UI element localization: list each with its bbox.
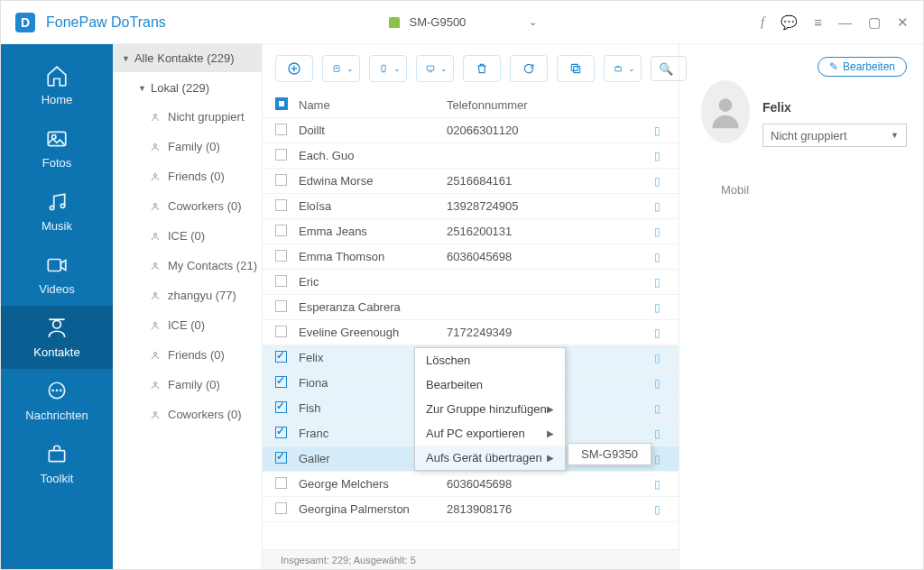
close-icon[interactable]: ✕ (897, 14, 909, 31)
group-select[interactable]: Nicht gruppiert ▼ (762, 124, 907, 147)
feedback-icon[interactable]: 💬 (781, 14, 798, 31)
row-name: Emma Jeans (299, 225, 447, 238)
table-row[interactable]: Eveline Greenough7172249349▯ (263, 320, 679, 345)
table-row[interactable]: Eloísa13928724905▯ (263, 194, 679, 219)
sidebar-item-kontakte[interactable]: Kontakte (1, 306, 113, 369)
caret-down-icon: ▼ (891, 131, 899, 140)
row-checkbox[interactable] (275, 300, 287, 312)
tree-group[interactable]: Friends (0) (113, 161, 262, 191)
svg-point-16 (154, 233, 157, 235)
row-checkbox[interactable] (275, 376, 287, 388)
table-row[interactable]: Eric▯ (263, 270, 679, 295)
row-checkbox[interactable] (275, 275, 287, 287)
refresh-button[interactable] (510, 55, 548, 82)
table-row[interactable]: Emma Thomson6036045698▯ (263, 244, 679, 270)
tree-group[interactable]: Family (0) (113, 370, 262, 400)
tree-root[interactable]: ▼Alle Kontakte (229) (113, 44, 262, 72)
more-button[interactable]: ⌄ (604, 55, 642, 82)
tree-group[interactable]: ICE (0) (113, 310, 262, 340)
export-button[interactable]: ⌄ (322, 55, 360, 82)
row-name: Eveline Greenough (299, 326, 447, 339)
svg-point-20 (154, 352, 157, 354)
row-name: Eric (299, 275, 447, 289)
add-button[interactable] (275, 55, 313, 82)
context-menu-item[interactable]: Auf PC exportieren▶ (415, 421, 565, 446)
menu-icon[interactable]: ≡ (814, 14, 822, 30)
mobile-label: Mobil (721, 183, 749, 197)
select-all-checkbox[interactable] (275, 97, 288, 110)
app-title: FonePaw DoTrans (46, 14, 166, 31)
contacts-icon (45, 317, 69, 340)
table-row[interactable]: George Melchers6036045698▯ (263, 472, 679, 497)
svg-point-3 (60, 204, 64, 207)
phone-icon: ▯ (648, 276, 666, 289)
context-menu-item[interactable]: Bearbeiten (415, 372, 565, 397)
tree-group[interactable]: zhangyu (77) (113, 280, 262, 310)
tree-group[interactable]: Coworkers (0) (113, 400, 262, 429)
tree-group[interactable]: ICE (0) (113, 221, 262, 251)
home-icon (45, 64, 69, 87)
table-row[interactable]: Esperanza Cabrera▯ (263, 295, 679, 320)
tree-group[interactable]: Family (0) (113, 132, 262, 161)
row-name: Eloísa (299, 199, 447, 213)
svg-point-34 (719, 98, 733, 112)
device-selector[interactable]: SM-G9500 ⌄ (389, 15, 537, 29)
chevron-down-icon: ⌄ (529, 16, 537, 28)
row-checkbox[interactable] (275, 452, 287, 464)
svg-rect-32 (571, 64, 578, 70)
phone-icon: ▯ (648, 503, 666, 516)
chevron-right-icon: ▶ (547, 404, 554, 414)
row-checkbox[interactable] (275, 401, 287, 413)
column-phone[interactable]: Telefonnummer (447, 98, 666, 112)
row-checkbox[interactable] (275, 502, 287, 514)
svg-point-19 (154, 322, 157, 325)
context-menu-item[interactable]: Aufs Gerät übertragen▶ (415, 446, 565, 470)
delete-button[interactable] (463, 55, 501, 82)
import-pc-button[interactable]: ⌄ (416, 55, 454, 82)
sidebar-item-fotos[interactable]: Fotos (1, 116, 113, 179)
row-checkbox[interactable] (275, 326, 287, 337)
sidebar-item-toolkit[interactable]: Toolkit (1, 432, 113, 495)
copy-button[interactable] (557, 55, 595, 82)
row-checkbox[interactable] (275, 427, 287, 438)
chevron-down-icon: ⌄ (440, 64, 448, 73)
tree-group[interactable]: Nicht gruppiert (113, 102, 262, 132)
app-window: D FonePaw DoTrans SM-G9500 ⌄ f 💬 ≡ — ▢ ✕… (0, 0, 924, 570)
minimize-icon[interactable]: — (838, 14, 852, 30)
sidebar-item-nachrichten[interactable]: Nachrichten (1, 369, 113, 432)
context-menu-item[interactable]: Zur Gruppe hinzufügen▶ (415, 397, 565, 421)
table-row[interactable]: Edwina Morse2516684161▯ (263, 169, 679, 194)
row-checkbox[interactable] (275, 351, 287, 363)
context-submenu[interactable]: SM-G9350 (568, 443, 651, 465)
tree-local[interactable]: ▼Lokal (229) (113, 72, 262, 102)
row-checkbox[interactable] (275, 149, 287, 161)
row-checkbox[interactable] (275, 477, 287, 489)
row-checkbox[interactable] (275, 250, 287, 262)
tree-group[interactable]: Friends (0) (113, 340, 262, 370)
column-name[interactable]: Name (299, 98, 447, 112)
share-icon[interactable]: f (761, 14, 764, 30)
svg-point-5 (53, 320, 61, 328)
sidebar-item-musik[interactable]: Musik (1, 179, 113, 243)
context-menu-item[interactable]: Löschen (415, 348, 565, 372)
row-checkbox[interactable] (275, 174, 287, 186)
sidebar-item-home[interactable]: Home (1, 53, 113, 116)
row-name: George Melchers (299, 477, 447, 491)
table-row[interactable]: Each. Guo▯ (263, 143, 679, 169)
table-row[interactable]: Emma Jeans2516200131▯ (263, 219, 679, 244)
maximize-icon[interactable]: ▢ (868, 14, 881, 31)
row-checkbox[interactable] (275, 124, 287, 135)
sidebar-item-videos[interactable]: Videos (1, 243, 113, 306)
caret-down-icon: ▼ (138, 84, 146, 93)
tree-group[interactable]: Coworkers (0) (113, 191, 262, 221)
row-checkbox[interactable] (275, 225, 287, 236)
window-controls: f 💬 ≡ — ▢ ✕ (761, 14, 909, 31)
table-row[interactable]: Georgina Palmerston2813908176▯ (263, 497, 679, 522)
tree-group[interactable]: My Contacts (21) (113, 251, 262, 280)
svg-rect-33 (615, 67, 622, 71)
edit-button[interactable]: ✎ Bearbeiten (818, 57, 907, 77)
table-row[interactable]: Doillt02066301120▯ (263, 118, 679, 143)
android-icon (389, 17, 400, 28)
row-checkbox[interactable] (275, 199, 287, 211)
import-phone-button[interactable]: ⌄ (369, 55, 407, 82)
